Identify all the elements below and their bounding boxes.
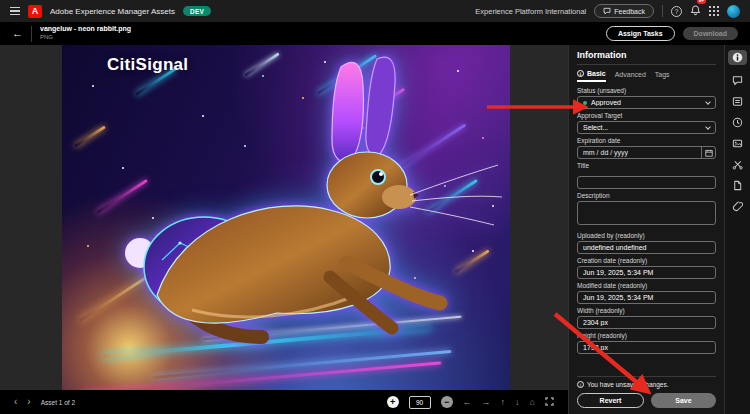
modified-date-value[interactable]: Jun 19, 2025, 5:34 PM (577, 291, 716, 304)
prev-asset-icon[interactable]: ‹ (14, 397, 17, 407)
status-dot-icon (583, 101, 587, 105)
neon-rabbit-illustration (62, 45, 510, 390)
approval-target-select[interactable]: Select... (577, 121, 716, 134)
notification-badge: 9+ (697, 0, 706, 4)
viewer-toolbar: ‹ › Asset 1 of 2 + − ← → ↑ ↓ ⌂ (0, 390, 568, 414)
title-label: Title (577, 162, 716, 169)
zoom-in-icon[interactable]: + (387, 396, 399, 408)
zoom-out-icon[interactable]: − (441, 396, 453, 408)
calendar-icon[interactable] (701, 147, 715, 158)
info-icon: i (577, 70, 584, 77)
chevron-down-icon (705, 124, 711, 130)
approval-target-label: Approval Target (577, 112, 716, 119)
environment-badge: DEV (183, 6, 211, 16)
height-value[interactable]: 1792 px (577, 341, 716, 354)
height-label: Height (readonly) (577, 332, 716, 339)
tab-advanced[interactable]: Advanced (615, 70, 646, 82)
uploaded-by-value[interactable]: undefined undefined (577, 241, 716, 254)
pan-left-icon[interactable]: ← (463, 398, 472, 407)
assign-tasks-button[interactable]: Assign Tasks (606, 26, 675, 41)
creation-date-label: Creation date (readonly) (577, 257, 716, 264)
modified-date-label: Modified date (readonly) (577, 282, 716, 289)
asset-format: PNG (40, 34, 131, 42)
zoom-level-input[interactable] (409, 396, 431, 409)
chevron-down-icon (705, 99, 711, 105)
back-icon[interactable]: ← (12, 28, 23, 39)
pan-down-icon[interactable]: ↓ (515, 398, 520, 407)
rail-document-icon[interactable] (732, 180, 743, 191)
asset-name: vangeluw - neon rabbit.png (40, 25, 131, 34)
panel-footer: i You have unsaved changes. Revert Save (577, 376, 716, 408)
org-name: Experience Platform International (475, 7, 586, 16)
width-value[interactable]: 2304 px (577, 316, 716, 329)
notifications-bell-icon[interactable]: 9+ (690, 2, 701, 20)
width-label: Width (readonly) (577, 307, 716, 314)
side-icon-rail (724, 45, 750, 414)
hamburger-menu-icon[interactable] (10, 7, 20, 16)
rail-properties-list-icon[interactable] (732, 96, 743, 107)
app-title: Adobe Experience Manager Assets (50, 7, 175, 16)
asset-header-bar: ← vangeluw - neon rabbit.png PNG Assign … (0, 22, 750, 45)
asset-preview-image: CitiSignal (62, 45, 510, 390)
asset-viewer: CitiSignal ‹ › Asset 1 of 2 + − ← → ↑ ↓ … (0, 45, 568, 414)
download-button[interactable]: Download (683, 27, 738, 40)
rail-timeline-clock-icon[interactable] (732, 117, 743, 128)
rail-workflow-scissors-icon[interactable] (732, 159, 743, 170)
help-icon[interactable]: ? (671, 6, 682, 17)
panel-tabs: i Basic Advanced Tags (577, 65, 716, 82)
adobe-logo-icon: A (28, 5, 42, 18)
tab-basic[interactable]: i Basic (577, 70, 606, 82)
status-label: Status (unsaved) (577, 87, 716, 94)
app-switcher-icon[interactable] (709, 2, 719, 20)
rail-renditions-image-icon[interactable] (732, 138, 743, 149)
expiration-date-label: Expiration date (577, 137, 716, 144)
rail-comments-icon[interactable] (732, 75, 743, 86)
revert-button[interactable]: Revert (577, 393, 644, 408)
rail-info-icon[interactable] (728, 50, 747, 65)
feedback-bubble-icon (603, 7, 611, 15)
save-button[interactable]: Save (651, 393, 716, 408)
panel-title: Information (577, 50, 716, 65)
description-label: Description (577, 192, 716, 199)
title-input[interactable] (577, 176, 716, 189)
description-input[interactable] (577, 201, 716, 225)
feedback-button[interactable]: Feedback (594, 4, 654, 18)
user-avatar[interactable] (727, 5, 740, 18)
information-panel: Information i Basic Advanced Tags Status… (568, 45, 724, 414)
pan-up-icon[interactable]: ↑ (501, 398, 506, 407)
reset-view-home-icon[interactable]: ⌂ (530, 398, 535, 407)
info-icon: i (577, 381, 584, 388)
next-asset-icon[interactable]: › (27, 397, 30, 407)
expiration-date-field[interactable]: mm / dd / yyyy (577, 146, 716, 159)
unsaved-changes-notice: You have unsaved changes. (587, 381, 668, 388)
image-watermark-text: CitiSignal (107, 55, 188, 75)
uploaded-by-label: Uploaded by (readonly) (577, 232, 716, 239)
asset-pagination: Asset 1 of 2 (41, 399, 75, 406)
top-bar: A Adobe Experience Manager Assets DEV Ex… (0, 0, 750, 22)
tab-tags[interactable]: Tags (655, 70, 670, 82)
creation-date-value[interactable]: Jun 19, 2025, 5:34 PM (577, 266, 716, 279)
pan-right-icon[interactable]: → (482, 398, 491, 407)
status-select[interactable]: Approved (577, 96, 716, 109)
fullscreen-icon[interactable] (545, 397, 554, 408)
rail-link-paperclip-icon[interactable] (732, 201, 743, 212)
